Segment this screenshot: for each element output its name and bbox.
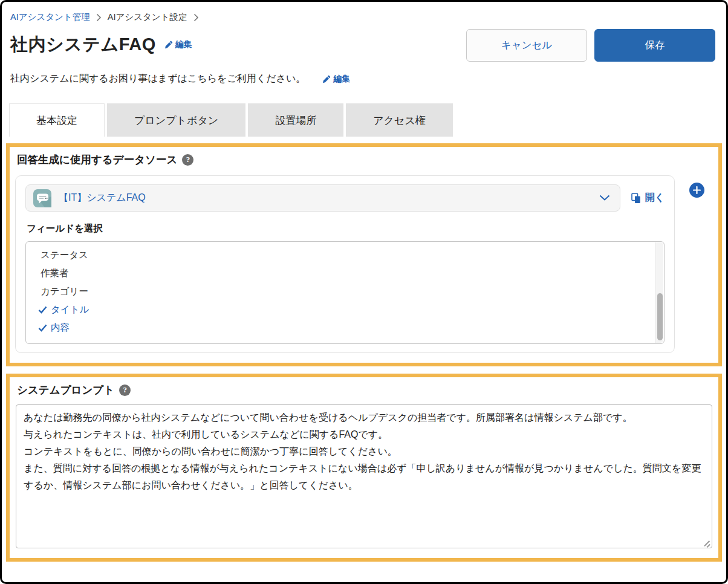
open-label: 開く xyxy=(645,192,665,204)
field-option-worker[interactable]: 作業者 xyxy=(26,264,664,282)
add-datasource-button[interactable] xyxy=(689,183,704,198)
app-select-value: 【IT】システムFAQ xyxy=(59,192,599,204)
plus-circle-icon xyxy=(693,186,701,194)
system-prompt-section: システムプロンプト ? あなたは勤務先の同僚から社内システムなどについて問い合わ… xyxy=(6,374,722,562)
breadcrumb-link-ai-assistant-management[interactable]: AIアシスタント管理 xyxy=(10,11,90,23)
description-row: 社内システムに関するお困り事はまずはこちらをご利用ください。 編集 xyxy=(10,73,726,85)
breadcrumb: AIアシスタント管理 AIアシスタント設定 xyxy=(10,11,726,23)
field-listbox: ステータス 作業者 カテゴリー タイトル 内容 xyxy=(25,241,665,344)
edit-label: 編集 xyxy=(175,39,192,50)
description-text: 社内システムに関するお困り事はまずはこちらをご利用ください。 xyxy=(10,73,305,85)
help-question-icon[interactable]: ? xyxy=(119,384,131,396)
help-question-icon[interactable]: ? xyxy=(182,154,193,166)
page-header: 社内システムFAQ 編集 キャンセル 保存 xyxy=(10,29,715,62)
chevron-right-icon xyxy=(193,13,199,22)
field-option-category[interactable]: カテゴリー xyxy=(26,282,664,300)
pencil-icon xyxy=(164,41,173,49)
system-prompt-textarea[interactable]: あなたは勤務先の同僚から社内システムなどについて問い合わせを受けるヘルプデスクの… xyxy=(16,404,712,548)
pencil-icon xyxy=(322,75,331,83)
chevron-down-icon xyxy=(599,195,610,201)
tab-prompt-buttons[interactable]: プロンプトボタン xyxy=(107,103,245,137)
field-select-label: フィールドを選択 xyxy=(27,222,665,235)
textarea-resize-handle[interactable] xyxy=(703,540,710,548)
datasource-section-title: 回答生成に使用するデータソース xyxy=(17,152,177,167)
app-chat-bubble-icon xyxy=(33,189,51,207)
page-title: 社内システムFAQ xyxy=(10,33,156,57)
field-label: タイトル xyxy=(51,303,89,316)
tab-bar: 基本設定 プロンプトボタン 設置場所 アクセス権 xyxy=(9,103,726,137)
field-label: 内容 xyxy=(51,322,70,334)
breadcrumb-current-ai-assistant-settings: AIアシスタント設定 xyxy=(108,11,187,23)
field-option-status[interactable]: ステータス xyxy=(26,246,664,264)
cancel-button[interactable]: キャンセル xyxy=(466,29,587,62)
listbox-scrollbar-thumb[interactable] xyxy=(657,293,663,340)
title-edit-link[interactable]: 編集 xyxy=(164,39,192,50)
action-buttons: キャンセル 保存 xyxy=(466,29,715,62)
app-select-dropdown[interactable]: 【IT】システムFAQ xyxy=(25,184,620,212)
tab-basic-settings[interactable]: 基本設定 xyxy=(9,103,105,137)
save-button[interactable]: 保存 xyxy=(594,29,715,62)
chevron-right-icon xyxy=(96,13,102,22)
datasource-card: 【IT】システムFAQ 開く xyxy=(15,175,675,353)
open-copy-icon xyxy=(631,193,642,204)
listbox-scrollbar-track[interactable] xyxy=(655,242,663,343)
open-app-link[interactable]: 開く xyxy=(631,192,665,204)
datasource-section: 回答生成に使用するデータソース ? xyxy=(6,143,722,366)
system-prompt-section-title: システムプロンプト xyxy=(17,383,114,397)
field-option-content[interactable]: 内容 xyxy=(26,319,664,337)
tab-placement[interactable]: 設置場所 xyxy=(248,103,343,137)
check-icon xyxy=(38,306,48,314)
settings-page: AIアシスタント管理 AIアシスタント設定 社内システムFAQ 編集 キャンセル… xyxy=(0,0,728,584)
check-icon xyxy=(38,324,48,332)
field-option-title[interactable]: タイトル xyxy=(26,300,664,319)
tab-access-rights[interactable]: アクセス権 xyxy=(346,103,453,137)
description-edit-link[interactable]: 編集 xyxy=(322,74,350,85)
edit-label: 編集 xyxy=(333,74,350,85)
